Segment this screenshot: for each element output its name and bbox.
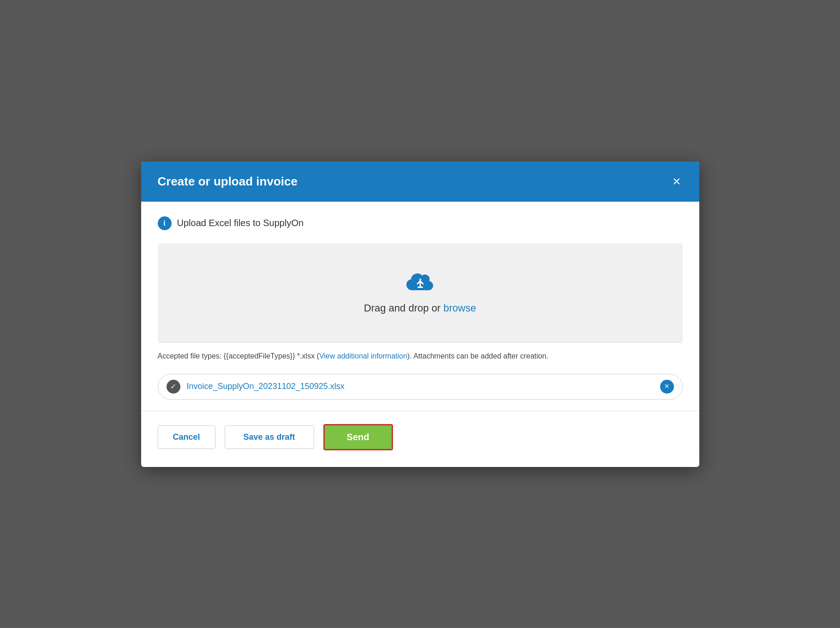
dropzone-text: Drag and drop or browse <box>364 302 476 314</box>
view-additional-info-link[interactable]: View additional information <box>319 352 407 360</box>
save-as-draft-button[interactable]: Save as draft <box>225 425 314 449</box>
close-button[interactable]: × <box>671 174 683 188</box>
cancel-button[interactable]: Cancel <box>158 425 215 449</box>
upload-cloud-icon <box>405 271 435 295</box>
dropzone[interactable]: Drag and drop or browse <box>158 243 683 342</box>
browse-link[interactable]: browse <box>443 302 476 314</box>
modal-footer: Cancel Save as draft Send <box>141 411 699 467</box>
file-remove-button[interactable]: × <box>660 380 674 394</box>
modal-body: i Upload Excel files to SupplyOn Drag an… <box>141 202 699 400</box>
file-name: Invoice_SupplyOn_20231102_150925.xlsx <box>187 382 660 391</box>
file-check-icon: ✓ <box>167 380 180 394</box>
modal-header: Create or upload invoice × <box>141 161 699 202</box>
info-row: i Upload Excel files to SupplyOn <box>158 216 683 230</box>
info-icon: i <box>158 216 172 230</box>
modal-title: Create or upload invoice <box>158 174 298 189</box>
send-button[interactable]: Send <box>323 424 393 450</box>
file-item: ✓ Invoice_SupplyOn_20231102_150925.xlsx … <box>158 374 683 400</box>
info-text: Upload Excel files to SupplyOn <box>177 218 304 228</box>
file-types-info: Accepted file types: {{acceptedFileTypes… <box>158 342 683 369</box>
modal-dialog: Create or upload invoice × i Upload Exce… <box>141 161 699 467</box>
svg-rect-0 <box>417 287 423 288</box>
